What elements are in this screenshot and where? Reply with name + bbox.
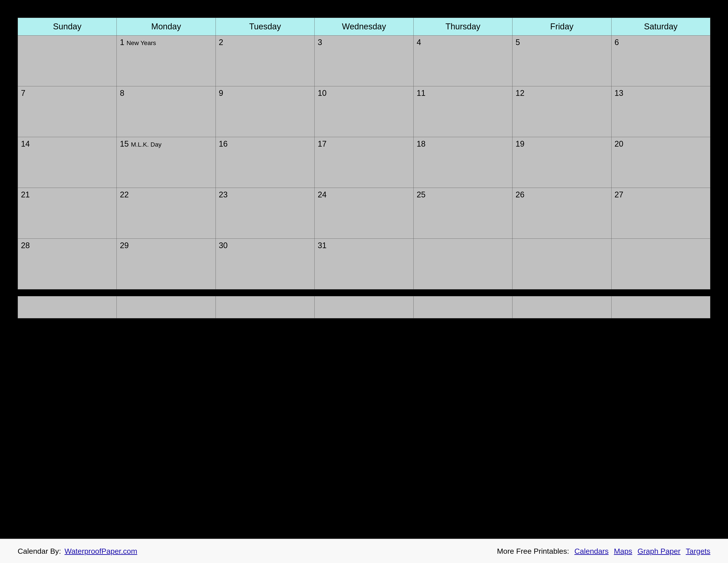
day-number: 17 — [318, 139, 326, 148]
day-cell-w4-d1: 29 — [117, 239, 216, 290]
day-cell-w2-d0: 14 — [18, 137, 117, 188]
day-number: 3 — [318, 38, 322, 47]
day-number: 1 — [120, 38, 124, 47]
day-number: 15 — [120, 139, 129, 148]
day-cell-w1-d4: 11 — [413, 86, 512, 137]
day-number: 16 — [219, 139, 228, 148]
day-cell-w0-d0 — [18, 36, 117, 86]
extra-cell-3 — [315, 296, 413, 319]
calendars-link[interactable]: Calendars — [574, 547, 609, 555]
col-thursday: Thursday — [413, 18, 512, 36]
day-cell-w3-d1: 22 — [117, 188, 216, 239]
week-row-0: 1New Years23456 — [18, 36, 710, 86]
day-number: 21 — [21, 190, 30, 199]
extra-row — [18, 296, 710, 319]
day-number: 2 — [219, 38, 223, 47]
day-number: 4 — [417, 38, 421, 47]
day-cell-w1-d6: 13 — [611, 86, 710, 137]
day-number: 7 — [21, 88, 25, 98]
day-cell-w0-d3: 3 — [315, 36, 413, 86]
col-wednesday: Wednesday — [315, 18, 413, 36]
day-cell-w2-d5: 19 — [512, 137, 611, 188]
footer-right: More Free Printables: Calendars Maps Gra… — [497, 547, 710, 555]
day-number: 6 — [615, 38, 619, 47]
col-saturday: Saturday — [611, 18, 710, 36]
day-cell-w4-d4 — [413, 239, 512, 290]
extra-cell-4 — [413, 296, 512, 319]
calendar-table: Sunday Monday Tuesday Wednesday Thursday… — [18, 18, 710, 290]
day-cell-w3-d4: 25 — [413, 188, 512, 239]
week-row-2: 1415M.L.K. Day1617181920 — [18, 137, 710, 188]
holiday-label: New Years — [126, 39, 156, 47]
day-cell-w4-d5 — [512, 239, 611, 290]
day-cell-w2-d4: 18 — [413, 137, 512, 188]
day-cell-w4-d2: 30 — [216, 239, 314, 290]
day-number: 25 — [417, 190, 426, 199]
day-number: 8 — [120, 88, 124, 98]
day-cell-w2-d3: 17 — [315, 137, 413, 188]
calendar-container: Sunday Monday Tuesday Wednesday Thursday… — [18, 18, 710, 537]
day-cell-w1-d0: 7 — [18, 86, 117, 137]
day-cell-w0-d4: 4 — [413, 36, 512, 86]
week-row-4: 28293031 — [18, 239, 710, 290]
day-cell-w2-d1: 15M.L.K. Day — [117, 137, 216, 188]
day-number: 19 — [516, 139, 524, 148]
graph-paper-link[interactable]: Graph Paper — [638, 547, 681, 555]
footer-left: Calendar By: WaterproofPaper.com — [18, 547, 137, 555]
extra-cell-2 — [216, 296, 314, 319]
day-number: 30 — [219, 241, 228, 250]
day-number: 27 — [615, 190, 623, 199]
day-cell-w0-d1: 1New Years — [117, 36, 216, 86]
maps-link[interactable]: Maps — [614, 547, 632, 555]
extra-row-table — [18, 296, 710, 319]
extra-cell-5 — [512, 296, 611, 319]
day-cell-w4-d0: 28 — [18, 239, 117, 290]
day-cell-w1-d5: 12 — [512, 86, 611, 137]
day-cell-w4-d3: 31 — [315, 239, 413, 290]
targets-link[interactable]: Targets — [686, 547, 711, 555]
extra-cell-0 — [18, 296, 117, 319]
day-cell-w2-d2: 16 — [216, 137, 314, 188]
day-number: 28 — [21, 241, 30, 250]
day-number: 10 — [318, 88, 326, 98]
col-monday: Monday — [117, 18, 216, 36]
day-number: 14 — [21, 139, 30, 148]
day-cell-w2-d6: 20 — [611, 137, 710, 188]
day-number: 23 — [219, 190, 228, 199]
day-cell-w3-d5: 26 — [512, 188, 611, 239]
more-free-label: More Free Printables: — [497, 547, 569, 555]
holiday-label: M.L.K. Day — [131, 141, 161, 148]
week-row-3: 21222324252627 — [18, 188, 710, 239]
day-number: 9 — [219, 88, 223, 98]
col-sunday: Sunday — [18, 18, 117, 36]
waterproof-link[interactable]: WaterproofPaper.com — [65, 547, 137, 555]
day-number: 18 — [417, 139, 426, 148]
day-number: 13 — [615, 88, 623, 98]
day-cell-w3-d2: 23 — [216, 188, 314, 239]
day-number: 26 — [516, 190, 524, 199]
day-cell-w0-d2: 2 — [216, 36, 314, 86]
day-cell-w0-d5: 5 — [512, 36, 611, 86]
day-cell-w1-d1: 8 — [117, 86, 216, 137]
footer-bar: Calendar By: WaterproofPaper.com More Fr… — [0, 539, 728, 563]
header-row: Sunday Monday Tuesday Wednesday Thursday… — [18, 18, 710, 36]
day-cell-w3-d6: 27 — [611, 188, 710, 239]
day-number: 12 — [516, 88, 524, 98]
calendar-by-label: Calendar By: — [18, 547, 61, 555]
col-tuesday: Tuesday — [216, 18, 314, 36]
day-number: 5 — [516, 38, 520, 47]
day-number: 20 — [615, 139, 623, 148]
day-number: 22 — [120, 190, 129, 199]
day-cell-w0-d6: 6 — [611, 36, 710, 86]
day-cell-w1-d2: 9 — [216, 86, 314, 137]
day-cell-w3-d0: 21 — [18, 188, 117, 239]
day-cell-w3-d3: 24 — [315, 188, 413, 239]
day-cell-w1-d3: 10 — [315, 86, 413, 137]
week-row-1: 78910111213 — [18, 86, 710, 137]
col-friday: Friday — [512, 18, 611, 36]
extra-cell-1 — [117, 296, 216, 319]
day-number: 24 — [318, 190, 326, 199]
day-number: 11 — [417, 88, 426, 98]
day-number: 31 — [318, 241, 326, 250]
day-number: 29 — [120, 241, 129, 250]
